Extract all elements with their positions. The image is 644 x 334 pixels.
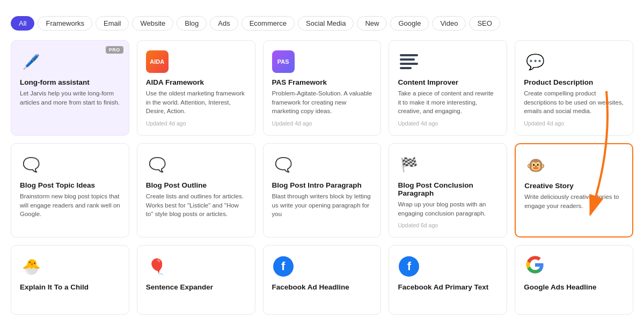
template-grid: PRO🖊️Long-form assistantLet Jarvis help … (11, 40, 633, 315)
pro-badge: PRO (106, 46, 123, 54)
facebook-icon: f (399, 256, 419, 277)
card-icon-aida-framework: AIDA (146, 50, 169, 73)
filter-btn-ecommerce[interactable]: Ecommerce (241, 16, 295, 31)
card-title-sentence-expander: Sentence Expander (146, 283, 246, 291)
flag-icon: 🏁 (400, 157, 418, 173)
card-content-improver[interactable]: Content ImproverTake a piece of content … (389, 40, 507, 136)
card-icon-creative-story: 🐵 (524, 154, 547, 176)
chat-icon: 🗨️ (275, 157, 292, 173)
card-blog-post-outline[interactable]: 🗨️Blog Post OutlineCreate lists and outl… (137, 143, 255, 237)
card-creative-story[interactable]: 🐵Creative StoryWrite deliciously creativ… (515, 143, 633, 237)
card-icon-pas-framework: PAS (272, 50, 295, 73)
chat-icon: 🗨️ (23, 157, 40, 173)
card-icon-blog-post-conclusion-paragraph: 🏁 (398, 153, 420, 176)
card-title-content-improver: Content Improver (398, 78, 498, 86)
card-updated-product-description: Updated 4d ago (524, 120, 624, 127)
card-desc-long-form-assistant: Let Jarvis help you write long-form arti… (20, 89, 120, 107)
filter-btn-google[interactable]: Google (390, 16, 429, 31)
filter-btn-ads[interactable]: Ads (210, 16, 238, 31)
card-long-form-assistant[interactable]: PRO🖊️Long-form assistantLet Jarvis help … (11, 40, 129, 136)
card-updated-blog-post-conclusion-paragraph: Updated 6d ago (398, 222, 498, 228)
speech-icon: 💬 (526, 53, 545, 71)
card-title-creative-story: Creative Story (524, 182, 624, 190)
google-icon (525, 255, 545, 278)
card-icon-blog-post-topic-ideas: 🗨️ (20, 153, 42, 176)
card-desc-pas-framework: Problem-Agitate-Solution. A valuable fra… (272, 89, 372, 116)
lines-icon (400, 54, 418, 69)
filter-btn-website[interactable]: Website (132, 16, 173, 31)
card-product-description[interactable]: 💬Product DescriptionCreate compelling pr… (515, 40, 633, 136)
card-title-aida-framework: AIDA Framework (146, 78, 246, 86)
card-icon-explain-it-to-a-child: 🐣 (20, 255, 42, 278)
card-updated-content-improver: Updated 4d ago (398, 120, 498, 127)
aida-icon: AIDA (146, 50, 169, 73)
filter-btn-video[interactable]: Video (432, 16, 466, 31)
card-title-google-ads-headline: Google Ads Headline (524, 283, 624, 291)
card-icon-content-improver (398, 50, 420, 73)
card-blog-post-topic-ideas[interactable]: 🗨️Blog Post Topic IdeasBrainstorm new bl… (11, 143, 129, 237)
card-google-ads-headline[interactable]: Google Ads Headline (515, 245, 633, 315)
card-icon-long-form-assistant: 🖊️ (20, 50, 42, 73)
filter-btn-social-media[interactable]: Social Media (298, 16, 354, 31)
pencil-icon: 🖊️ (23, 54, 40, 70)
card-blog-post-intro-paragraph[interactable]: 🗨️Blog Post Intro ParagraphBlast through… (263, 143, 382, 237)
card-desc-content-improver: Take a piece of content and rewrite it t… (398, 89, 498, 116)
card-desc-product-description: Create compelling product descriptions t… (524, 89, 624, 116)
card-desc-creative-story: Write deliciously creative stories to en… (524, 192, 624, 210)
card-blog-post-conclusion-paragraph[interactable]: 🏁Blog Post Conclusion ParagraphWrap up y… (389, 143, 507, 237)
card-aida-framework[interactable]: AIDAAIDA FrameworkUse the oldest marketi… (137, 40, 255, 136)
card-title-explain-it-to-a-child: Explain It To a Child (20, 283, 120, 291)
card-desc-blog-post-outline: Create lists and outlines for articles. … (146, 192, 246, 219)
card-facebook-ad-primary-text[interactable]: fFacebook Ad Primary Text (389, 245, 507, 315)
child-icon: 🐣 (22, 258, 41, 276)
card-desc-blog-post-conclusion-paragraph: Wrap up your blog posts with an engaging… (398, 200, 498, 218)
card-title-long-form-assistant: Long-form assistant (20, 78, 120, 86)
monkey-icon: 🐵 (526, 157, 545, 174)
card-icon-facebook-ad-headline: f (272, 255, 295, 278)
card-icon-sentence-expander: 🎈 (146, 255, 169, 278)
facebook-icon: f (273, 256, 294, 277)
card-icon-product-description: 💬 (524, 50, 546, 73)
card-explain-it-to-a-child[interactable]: 🐣Explain It To a Child (11, 245, 129, 315)
filter-btn-new[interactable]: New (357, 16, 387, 31)
card-updated-pas-framework: Updated 4d ago (272, 120, 372, 127)
chat-icon: 🗨️ (149, 157, 166, 173)
card-sentence-expander[interactable]: 🎈Sentence Expander (137, 245, 255, 315)
card-title-blog-post-conclusion-paragraph: Blog Post Conclusion Paragraph (398, 181, 498, 197)
card-title-pas-framework: PAS Framework (272, 78, 372, 86)
card-title-product-description: Product Description (524, 78, 624, 86)
filter-btn-frameworks[interactable]: Frameworks (38, 16, 92, 31)
filter-btn-all[interactable]: All (11, 16, 34, 31)
card-title-facebook-ad-primary-text: Facebook Ad Primary Text (398, 283, 498, 291)
card-icon-google-ads-headline (524, 255, 546, 278)
card-desc-blog-post-intro-paragraph: Blast through writers block by letting u… (272, 192, 372, 219)
filter-btn-seo[interactable]: SEO (469, 16, 500, 31)
card-icon-blog-post-outline: 🗨️ (146, 153, 169, 176)
card-pas-framework[interactable]: PASPAS FrameworkProblem-Agitate-Solution… (263, 40, 382, 136)
filter-btn-email[interactable]: Email (96, 16, 129, 31)
card-icon-blog-post-intro-paragraph: 🗨️ (272, 153, 295, 176)
card-icon-facebook-ad-primary-text: f (398, 255, 420, 278)
card-updated-aida-framework: Updated 4d ago (146, 120, 246, 127)
card-desc-blog-post-topic-ideas: Brainstorm new blog post topics that wil… (20, 192, 120, 219)
balloon-icon: 🎈 (148, 258, 166, 276)
card-title-blog-post-intro-paragraph: Blog Post Intro Paragraph (272, 181, 372, 189)
filter-bar: AllFrameworksEmailWebsiteBlogAdsEcommerc… (11, 16, 633, 31)
card-title-blog-post-outline: Blog Post Outline (146, 181, 246, 189)
card-facebook-ad-headline[interactable]: fFacebook Ad Headline (263, 245, 382, 315)
filter-btn-blog[interactable]: Blog (177, 16, 207, 31)
card-title-blog-post-topic-ideas: Blog Post Topic Ideas (20, 181, 120, 189)
card-desc-aida-framework: Use the oldest marketing framework in th… (146, 89, 246, 116)
card-title-facebook-ad-headline: Facebook Ad Headline (272, 283, 372, 291)
pas-icon: PAS (272, 50, 295, 73)
